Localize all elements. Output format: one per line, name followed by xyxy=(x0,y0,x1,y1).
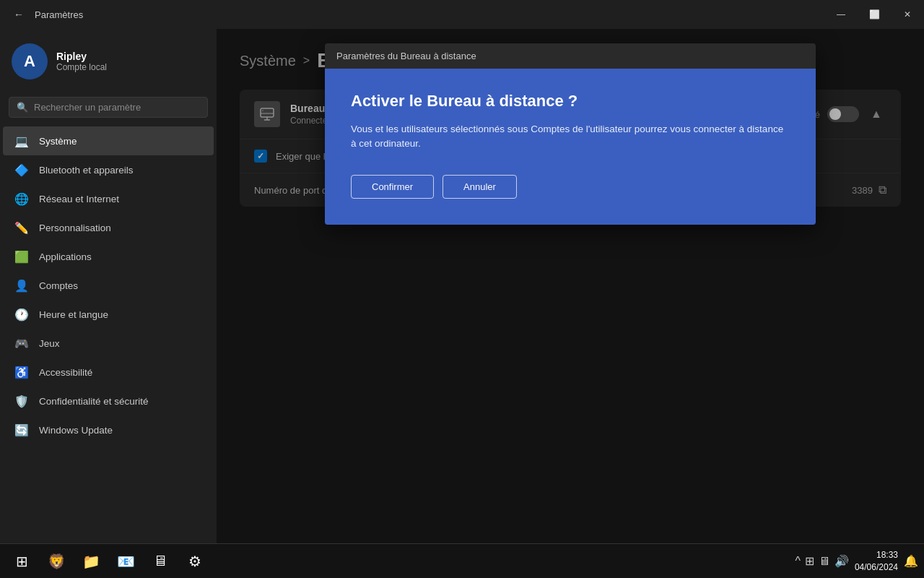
dialog-overlay: Paramètres du Bureau à distance Activer … xyxy=(217,29,924,543)
taskbar: ⊞🦁📁📧🖥⚙ ^ ⊞ 🖥 🔊 18:33 04/06/2024 🔔 xyxy=(0,543,924,578)
main-layout: A Ripley Compte local 🔍 💻 Système 🔷 Blue… xyxy=(0,29,924,543)
sidebar-item-label-windowsupdate: Windows Update xyxy=(39,425,113,436)
taskbar-right: ^ ⊞ 🖥 🔊 18:33 04/06/2024 🔔 xyxy=(795,549,918,574)
dialog-body: Activer le Bureau à distance ? Vous et l… xyxy=(325,69,816,225)
sidebar-item-label-systeme: Système xyxy=(39,136,77,147)
user-name: Ripley xyxy=(56,51,107,62)
sidebar-item-label-jeux: Jeux xyxy=(39,338,60,349)
nav-icon-applications: 🟩 xyxy=(14,249,29,264)
app-title: Paramètres xyxy=(35,9,83,20)
avatar: A xyxy=(12,43,48,79)
nav-icon-systeme: 💻 xyxy=(14,134,29,148)
dialog-window: Paramètres du Bureau à distance Activer … xyxy=(325,43,816,225)
chevron-up-icon[interactable]: ^ xyxy=(795,555,801,568)
search-input[interactable] xyxy=(34,102,200,113)
back-button[interactable]: ← xyxy=(9,4,29,25)
nav-icon-comptes: 👤 xyxy=(14,278,29,293)
dialog-title: Activer le Bureau à distance ? xyxy=(351,92,790,111)
system-tray: ^ ⊞ 🖥 🔊 xyxy=(795,554,849,568)
search-box[interactable]: 🔍 xyxy=(9,97,208,118)
sidebar-item-label-personnalisation: Personnalisation xyxy=(39,223,111,233)
user-section: A Ripley Compte local xyxy=(0,35,217,91)
nav-icon-confidentialite: 🛡️ xyxy=(14,394,29,408)
taskbar-left: ⊞🦁📁📧🖥⚙ xyxy=(6,547,211,576)
sidebar-item-label-comptes: Comptes xyxy=(39,280,78,291)
sidebar-item-jeux[interactable]: 🎮 Jeux xyxy=(3,329,214,358)
taskbar-fileexplorer[interactable]: 📁 xyxy=(75,547,107,576)
sidebar: A Ripley Compte local 🔍 💻 Système 🔷 Blue… xyxy=(0,29,217,543)
sidebar-item-label-accessibilite: Accessibilité xyxy=(39,367,92,378)
sidebar-item-label-heure: Heure et langue xyxy=(39,309,108,320)
clock[interactable]: 18:33 04/06/2024 xyxy=(855,549,898,574)
nav-container: 💻 Système 🔷 Bluetooth et appareils 🌐 Rés… xyxy=(0,126,217,444)
sidebar-item-label-bluetooth: Bluetooth et appareils xyxy=(39,165,134,176)
nav-icon-personnalisation: ✏️ xyxy=(14,220,29,235)
titlebar: ← Paramètres — ⬜ ✕ xyxy=(0,0,924,29)
sidebar-item-label-confidentialite: Confidentialité et sécurité xyxy=(39,396,149,407)
cancel-button[interactable]: Annuler xyxy=(443,175,517,199)
sidebar-item-confidentialite[interactable]: 🛡️ Confidentialité et sécurité xyxy=(3,387,214,415)
dialog-text: Vous et les utilisateurs sélectionnés so… xyxy=(351,122,790,152)
user-role: Compte local xyxy=(56,62,107,72)
sidebar-item-label-applications: Applications xyxy=(39,251,92,262)
taskbar-outlook[interactable]: 📧 xyxy=(110,547,141,576)
sidebar-item-personnalisation[interactable]: ✏️ Personnalisation xyxy=(3,213,214,242)
volume-icon[interactable]: 🔊 xyxy=(834,554,849,568)
taskbar-brave[interactable]: 🦁 xyxy=(40,547,72,576)
notification-icon[interactable]: 🔔 xyxy=(904,554,918,568)
nav-icon-accessibilite: ♿ xyxy=(14,365,29,379)
clock-date: 04/06/2024 xyxy=(855,561,898,574)
dialog-titlebar: Paramètres du Bureau à distance xyxy=(325,43,816,69)
monitor-icon[interactable]: 🖥 xyxy=(819,555,830,568)
dialog-buttons: Confirmer Annuler xyxy=(351,175,790,199)
nav-icon-windowsupdate: 🔄 xyxy=(14,423,29,437)
close-button[interactable]: ✕ xyxy=(891,0,924,29)
sidebar-item-label-reseau: Réseau et Internet xyxy=(39,194,119,204)
nav-icon-jeux: 🎮 xyxy=(14,336,29,350)
sidebar-item-bluetooth[interactable]: 🔷 Bluetooth et appareils xyxy=(3,155,214,184)
user-info: Ripley Compte local xyxy=(56,51,107,72)
search-icon: 🔍 xyxy=(17,102,28,113)
nav-icon-bluetooth: 🔷 xyxy=(14,163,29,177)
nav-icon-heure: 🕐 xyxy=(14,307,29,322)
taskbar-settings[interactable]: ⚙ xyxy=(179,547,211,576)
sidebar-item-windowsupdate[interactable]: 🔄 Windows Update xyxy=(3,415,214,444)
window-controls: — ⬜ ✕ xyxy=(824,0,924,29)
confirm-button[interactable]: Confirmer xyxy=(351,175,434,199)
taskbar-grid-icon[interactable]: ⊞ xyxy=(805,554,814,568)
sidebar-item-applications[interactable]: 🟩 Applications xyxy=(3,242,214,271)
maximize-button[interactable]: ⬜ xyxy=(858,0,891,29)
sidebar-item-accessibilite[interactable]: ♿ Accessibilité xyxy=(3,358,214,387)
sidebar-item-reseau[interactable]: 🌐 Réseau et Internet xyxy=(3,184,214,213)
sidebar-item-comptes[interactable]: 👤 Comptes xyxy=(3,271,214,300)
nav-icon-reseau: 🌐 xyxy=(14,191,29,206)
minimize-button[interactable]: — xyxy=(824,0,858,29)
taskbar-start[interactable]: ⊞ xyxy=(6,547,38,576)
sidebar-item-systeme[interactable]: 💻 Système xyxy=(3,126,214,155)
sidebar-item-heure[interactable]: 🕐 Heure et langue xyxy=(3,300,214,329)
clock-time: 18:33 xyxy=(855,549,898,561)
taskbar-terminal[interactable]: 🖥 xyxy=(144,547,176,576)
content-area: Système > Bureau à distance Bureau à dis… xyxy=(217,29,924,543)
